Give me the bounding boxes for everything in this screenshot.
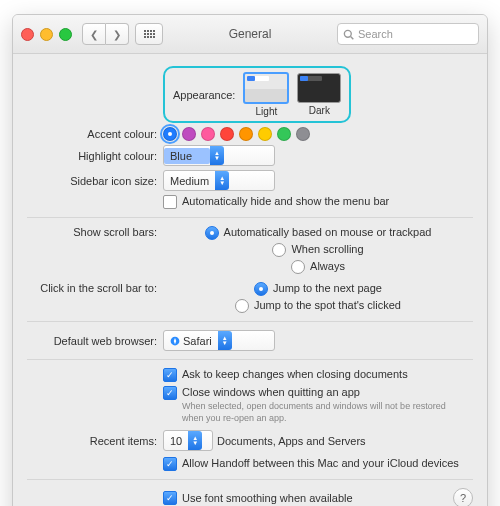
- accent-swatch[interactable]: [277, 127, 291, 141]
- chevron-updown-icon: ▲▼: [188, 431, 202, 450]
- radio-label: Jump to the next page: [273, 282, 382, 294]
- radio-button[interactable]: [291, 260, 305, 274]
- recent-label: Recent items:: [27, 435, 163, 447]
- appearance-light[interactable]: Light: [243, 72, 289, 117]
- general-prefs-window: ❮ ❯ General Search Appearance: Light: [12, 14, 488, 506]
- accent-swatch[interactable]: [163, 127, 177, 141]
- recent-suffix: Documents, Apps and Servers: [217, 435, 366, 447]
- sidebar-label: Sidebar icon size:: [27, 175, 163, 187]
- accent-swatch[interactable]: [220, 127, 234, 141]
- highlight-value: Blue: [164, 148, 210, 164]
- accent-swatch[interactable]: [182, 127, 196, 141]
- safari-icon: [170, 336, 180, 346]
- search-placeholder: Search: [358, 28, 393, 40]
- accent-label: Accent colour:: [27, 128, 163, 140]
- highlight-select[interactable]: Blue ▲▼: [163, 145, 275, 166]
- scrollclick-group: Jump to the next pageJump to the spot th…: [163, 282, 473, 313]
- fontsmoothing-label: Use font smoothing when available: [182, 492, 353, 504]
- window-controls: [21, 28, 72, 41]
- recent-value: 10: [164, 435, 188, 447]
- radio-label: Jump to the spot that's clicked: [254, 299, 401, 311]
- radio-button[interactable]: [205, 226, 219, 240]
- handoff-checkbox[interactable]: ✓: [163, 457, 177, 471]
- radio-button[interactable]: [235, 299, 249, 313]
- radio-button[interactable]: [254, 282, 268, 296]
- svg-point-0: [344, 30, 351, 37]
- appearance-highlight: Appearance: Light Dark: [163, 66, 351, 123]
- browser-label: Default web browser:: [27, 335, 163, 347]
- chevron-updown-icon: ▲▼: [218, 331, 232, 350]
- accent-swatch[interactable]: [258, 127, 272, 141]
- highlight-label: Highlight colour:: [27, 150, 163, 162]
- ask-changes-label: Ask to keep changes when closing documen…: [182, 368, 408, 380]
- scrollclick-label: Click in the scroll bar to:: [27, 282, 163, 294]
- minimize-icon[interactable]: [40, 28, 53, 41]
- scrollbars-group: Automatically based on mouse or trackpad…: [163, 226, 473, 274]
- dark-thumb-icon: [297, 73, 341, 103]
- close-windows-hint: When selected, open documents and window…: [182, 401, 462, 424]
- radio-button[interactable]: [272, 243, 286, 257]
- radio-label: When scrolling: [291, 243, 363, 255]
- zoom-icon[interactable]: [59, 28, 72, 41]
- close-windows-checkbox[interactable]: ✓: [163, 386, 177, 400]
- accent-swatch[interactable]: [296, 127, 310, 141]
- chevron-updown-icon: ▲▼: [210, 146, 224, 165]
- accent-swatches: [163, 127, 310, 141]
- radio-label: Automatically based on mouse or trackpad: [224, 226, 432, 238]
- ask-changes-checkbox[interactable]: ✓: [163, 368, 177, 382]
- fontsmoothing-checkbox[interactable]: ✓: [163, 491, 177, 505]
- search-icon: [343, 29, 354, 40]
- close-icon[interactable]: [21, 28, 34, 41]
- recent-items-select[interactable]: 10 ▲▼: [163, 430, 213, 451]
- appearance-light-label: Light: [256, 106, 278, 117]
- light-thumb-icon: [243, 72, 289, 104]
- close-windows-label: Close windows when quitting an app: [182, 386, 462, 398]
- appearance-label: Appearance:: [173, 89, 235, 101]
- menubar-label: Automatically hide and show the menu bar: [182, 195, 389, 207]
- search-input[interactable]: Search: [337, 23, 479, 45]
- show-all-button[interactable]: [135, 23, 163, 45]
- chevron-updown-icon: ▲▼: [215, 171, 229, 190]
- radio-label: Always: [310, 260, 345, 272]
- accent-swatch[interactable]: [239, 127, 253, 141]
- handoff-label: Allow Handoff between this Mac and your …: [182, 457, 459, 469]
- back-button[interactable]: ❮: [82, 23, 106, 45]
- titlebar: ❮ ❯ General Search: [13, 15, 487, 54]
- help-button[interactable]: ?: [453, 488, 473, 506]
- sidebar-value: Medium: [164, 175, 215, 187]
- accent-swatch[interactable]: [201, 127, 215, 141]
- grid-icon: [144, 30, 155, 38]
- browser-select[interactable]: Safari ▲▼: [163, 330, 275, 351]
- appearance-dark[interactable]: Dark: [297, 73, 341, 116]
- svg-line-1: [351, 36, 354, 39]
- scrollbars-label: Show scroll bars:: [27, 226, 163, 238]
- browser-value: Safari: [164, 335, 218, 347]
- menubar-checkbox[interactable]: [163, 195, 177, 209]
- sidebar-size-select[interactable]: Medium ▲▼: [163, 170, 275, 191]
- forward-button[interactable]: ❯: [106, 23, 129, 45]
- appearance-dark-label: Dark: [309, 105, 330, 116]
